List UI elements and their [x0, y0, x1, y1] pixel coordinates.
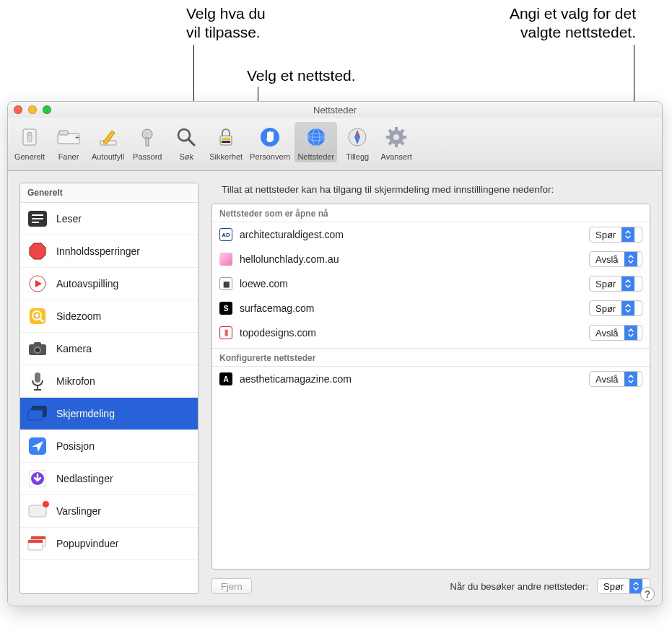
favicon-icon: ⫴: [219, 326, 232, 339]
zoom-icon: [27, 308, 48, 325]
question-icon: ?: [645, 588, 651, 600]
permission-value: Spør: [590, 303, 621, 314]
configured-sites-header: Konfigurerte nettsteder: [212, 348, 650, 367]
camera-icon: [27, 340, 48, 357]
sidebar-item-blockers[interactable]: Innholdssperringer: [20, 235, 198, 268]
bell-icon: [27, 502, 48, 520]
chevron-updown-icon: [624, 252, 637, 266]
tab-tabs[interactable]: + Faner: [50, 122, 87, 162]
sidebar-item-label: Mikrofon: [56, 375, 95, 387]
sidebar-item-downloads[interactable]: Nedlastinger: [20, 463, 198, 495]
search-icon: [174, 125, 198, 149]
permission-select[interactable]: Avslå: [589, 371, 642, 387]
main-panel: Tillat at nettsteder kan ha tilgang til …: [211, 183, 650, 594]
tab-label: Generelt: [14, 152, 45, 161]
sidebar-item-notifications[interactable]: Varslinger: [20, 495, 198, 528]
favicon-icon: A: [219, 372, 232, 385]
tab-privacy[interactable]: Personvern: [247, 122, 293, 162]
permission-select[interactable]: Spør: [589, 300, 642, 316]
titlebar: Nettsteder: [8, 102, 662, 118]
sidebar-item-label: Innholdssperringer: [56, 245, 140, 257]
tab-extensions[interactable]: Tillegg: [339, 122, 376, 162]
preferences-toolbar: Generelt + Faner Autoutfyll Passord Søk: [8, 118, 662, 171]
svg-marker-34: [30, 243, 45, 259]
permission-select[interactable]: Avslå: [589, 325, 642, 341]
badge-dot-icon: [43, 501, 49, 507]
tab-general[interactable]: Generelt: [11, 122, 48, 162]
callout-right: Angi et valg for detvalgte nettstedet.: [510, 4, 636, 43]
reader-icon: [27, 210, 48, 227]
sidebar-item-screenshare[interactable]: Skjermdeling: [20, 398, 198, 430]
open-sites-header: Nettsteder som er åpne nå: [212, 204, 650, 222]
tab-label: Sikkerhet: [209, 152, 243, 161]
svg-line-26: [389, 130, 392, 133]
tab-autofill[interactable]: Autoutfyll: [89, 122, 127, 162]
chevron-updown-icon: [621, 227, 634, 242]
sidebar-item-label: Posisjon: [56, 440, 95, 452]
permission-value: Spør: [590, 279, 621, 289]
permission-select[interactable]: Spør: [589, 276, 642, 292]
remove-button[interactable]: Fjern: [211, 578, 252, 594]
svg-point-45: [35, 348, 40, 352]
svg-rect-11: [220, 136, 232, 145]
site-name: aestheticamagazine.com: [240, 373, 582, 385]
switch-icon: [17, 125, 42, 149]
sidebar-item-popups[interactable]: Popupvinduer: [20, 528, 198, 560]
site-name: topodesigns.com: [240, 327, 582, 339]
tab-security[interactable]: Sikkerhet: [206, 122, 245, 162]
site-row[interactable]: hellolunchlady.com.au Avslå: [212, 247, 650, 271]
tab-websites[interactable]: Nettsteder: [294, 122, 337, 162]
sidebar-item-label: Leser: [56, 213, 82, 224]
chevron-updown-icon: [621, 276, 634, 291]
site-row[interactable]: ▩ loewe.com Spør: [212, 271, 650, 296]
sidebar-item-autoplay[interactable]: Autoavspilling: [20, 268, 198, 300]
site-row[interactable]: A aestheticamagazine.com Avslå: [212, 367, 650, 391]
sidebar-item-mic[interactable]: Mikrofon: [20, 365, 198, 398]
svg-rect-50: [28, 410, 43, 420]
permission-select[interactable]: Avslå: [589, 251, 642, 267]
websites-table: Nettsteder som er åpne nå AD architectur…: [211, 204, 650, 570]
sidebar-item-label: Varslinger: [56, 505, 101, 517]
tab-label: Faner: [58, 152, 79, 161]
callout-middle: Velg et nettsted.: [247, 66, 356, 85]
svg-text:+: +: [75, 134, 79, 141]
site-name: loewe.com: [240, 278, 582, 289]
sidebar-item-zoom[interactable]: Sidezoom: [20, 300, 198, 333]
site-name: architecturaldigest.com: [240, 229, 582, 240]
popup-icon: [27, 535, 48, 552]
favicon-icon: ▩: [219, 277, 232, 290]
download-icon: [27, 470, 48, 487]
tab-label: Personvern: [250, 152, 290, 161]
tab-label: Avansert: [381, 152, 412, 161]
tab-search[interactable]: Søk: [167, 122, 205, 162]
stop-icon: [27, 243, 48, 260]
help-button[interactable]: ?: [640, 587, 655, 601]
site-row[interactable]: ⫴ topodesigns.com Avslå: [212, 320, 650, 345]
svg-rect-56: [31, 536, 45, 539]
svg-line-27: [401, 141, 403, 144]
tab-passwords[interactable]: Passord: [128, 122, 166, 162]
tab-label: Tillegg: [346, 152, 369, 161]
favicon-icon: [219, 253, 232, 266]
key-icon: [135, 125, 160, 149]
tab-label: Nettsteder: [297, 152, 334, 161]
svg-rect-8: [146, 138, 149, 146]
sidebar-item-label: Nedlastinger: [56, 473, 113, 484]
svg-rect-4: [59, 131, 68, 135]
tab-label: Autoutfyll: [92, 152, 124, 161]
site-row[interactable]: AD architecturaldigest.com Spør: [212, 222, 650, 247]
sidebar-item-location[interactable]: Posisjon: [20, 430, 198, 463]
favicon-icon: S: [219, 302, 232, 315]
footer-row: Fjern Når du besøker andre nettsteder: S…: [211, 575, 650, 594]
site-row[interactable]: S surfacemag.com Spør: [212, 296, 650, 320]
sidebar-item-reader[interactable]: Leser: [20, 203, 198, 235]
permission-value: Spør: [598, 581, 629, 592]
tab-icon: +: [56, 125, 81, 149]
permission-select[interactable]: Spør: [589, 227, 642, 243]
tab-advanced[interactable]: Avansert: [378, 122, 415, 162]
sidebar-item-camera[interactable]: Kamera: [20, 333, 198, 365]
sidebar: Generelt Leser Innholdssperringer Autoav…: [19, 183, 198, 594]
svg-point-21: [393, 134, 399, 140]
mic-icon: [27, 372, 48, 390]
site-name: hellolunchlady.com.au: [240, 253, 582, 265]
